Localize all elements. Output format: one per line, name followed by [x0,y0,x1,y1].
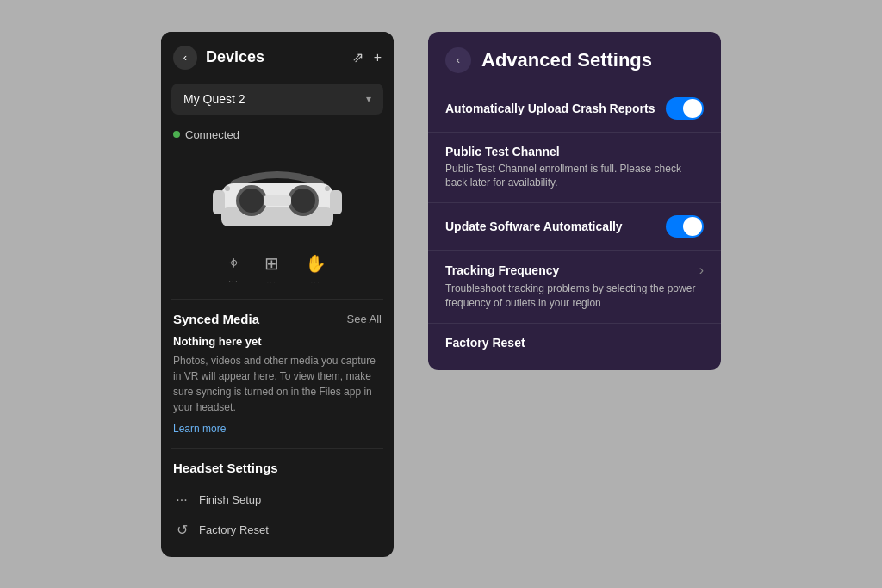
svg-point-9 [225,186,230,191]
device-icon-controller[interactable]: ⊞ ··· [264,253,279,287]
tracking-frequency-section[interactable]: Tracking Frequency › Troubleshoot tracki… [428,251,721,324]
device-name: My Quest 2 [183,92,245,106]
headset-settings-section: Headset Settings ··· Finish Setup ↺ Fact… [161,449,394,557]
devices-share-icon[interactable]: ⇗ [352,49,363,65]
headset-image-area [161,143,394,246]
svg-point-10 [325,186,330,191]
advanced-header: ‹ Advanced Settings [428,32,721,85]
svg-rect-7 [213,190,225,214]
headset-settings-title: Headset Settings [173,461,382,475]
public-test-channel-section: Public Test Channel Public Test Channel … [428,133,721,204]
nothing-here-title: Nothing here yet [173,335,382,348]
device-icons-row: ⌖ ··· ⊞ ··· ✋ ··· [161,246,394,299]
svg-rect-6 [264,195,291,206]
device-icon-hand[interactable]: ✋ ··· [305,253,326,287]
finish-setup-item[interactable]: ··· Finish Setup [173,486,382,515]
tracking-frequency-label: Tracking Frequency [445,263,691,277]
finish-setup-icon: ··· [173,492,190,508]
status-dot [173,131,180,138]
main-container: ‹ Devices ⇗ + My Quest 2 ▾ Connected [135,6,747,583]
update-software-toggle[interactable] [666,215,704,238]
public-test-channel-label: Public Test Channel [445,145,704,158]
devices-add-icon[interactable]: + [374,50,382,65]
headset-icon-dots: ··· [228,276,238,286]
connected-status: Connected [161,123,394,143]
svg-point-5 [291,189,315,213]
advanced-panel: ‹ Advanced Settings Automatically Upload… [428,32,721,370]
headset-icon: ⌖ [229,253,239,273]
advanced-title: Advanced Settings [481,49,652,71]
svg-rect-1 [221,207,333,226]
learn-more-link[interactable]: Learn more [173,423,226,435]
update-software-label: Update Software Automatically [445,220,666,233]
tracking-frequency-row: Tracking Frequency › [445,263,704,278]
nothing-here-desc: Photos, videos and other media you captu… [173,353,382,415]
crash-reports-label: Automatically Upload Crash Reports [445,102,666,115]
svg-point-3 [239,189,264,213]
controller-icon-dots: ··· [267,277,276,287]
advanced-factory-reset-label: Factory Reset [445,336,704,350]
hand-icon-dots: ··· [311,277,320,287]
tracking-frequency-chevron: › [699,263,704,278]
devices-header: ‹ Devices ⇗ + [161,32,394,84]
factory-reset-item[interactable]: ↺ Factory Reset [173,515,382,545]
public-test-channel-sublabel: Public Test Channel enrollment is full. … [445,162,704,191]
headset-svg [208,158,346,235]
device-icon-headset[interactable]: ⌖ ··· [228,253,238,287]
tracking-frequency-sublabel: Troubleshoot tracking problems by select… [445,282,704,311]
see-all-link[interactable]: See All [347,313,382,325]
controller-icon: ⊞ [264,253,279,274]
devices-back-button[interactable]: ‹ [173,46,197,70]
connected-label: Connected [185,128,239,141]
svg-rect-8 [330,190,342,214]
factory-reset-icon: ↺ [173,522,190,538]
advanced-back-button[interactable]: ‹ [445,47,471,73]
synced-media-section: Synced Media See All Nothing here yet Ph… [161,300,394,448]
synced-media-header: Synced Media See All [173,312,382,326]
factory-reset-label: Factory Reset [199,523,269,536]
devices-header-right: ⇗ + [352,49,382,65]
devices-header-left: ‹ Devices [173,46,264,70]
crash-reports-row: Automatically Upload Crash Reports [445,97,704,120]
crash-reports-toggle[interactable] [666,97,704,120]
crash-reports-section: Automatically Upload Crash Reports [428,85,721,133]
devices-title: Devices [206,48,264,66]
update-software-row: Update Software Automatically [445,215,704,238]
synced-media-title: Synced Media [173,312,259,326]
advanced-factory-reset-section[interactable]: Factory Reset [428,324,721,362]
device-selector-chevron: ▾ [366,93,371,105]
devices-panel: ‹ Devices ⇗ + My Quest 2 ▾ Connected [161,32,394,557]
device-selector[interactable]: My Quest 2 ▾ [171,84,383,115]
hand-icon: ✋ [305,253,326,274]
update-software-section: Update Software Automatically [428,203,721,251]
crash-reports-toggle-knob [683,99,702,118]
update-software-toggle-knob [683,217,702,236]
finish-setup-label: Finish Setup [199,493,261,506]
